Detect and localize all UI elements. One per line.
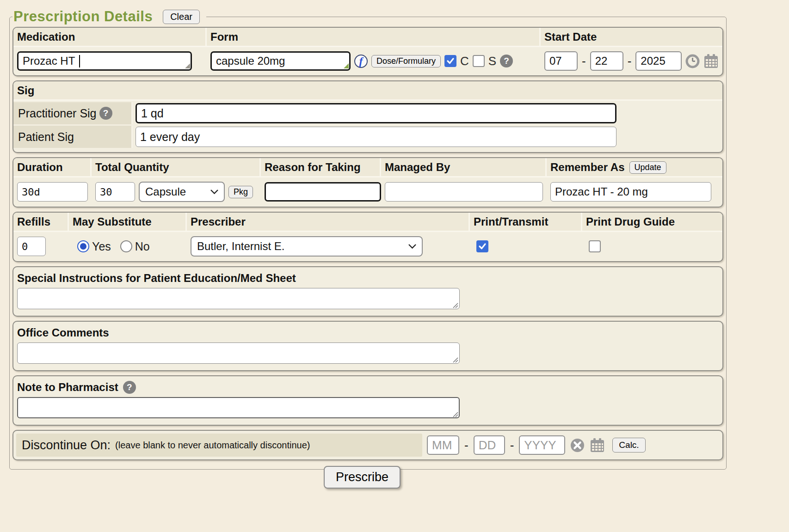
total-quantity-label: Total Quantity xyxy=(92,158,261,176)
substitute-no-label: No xyxy=(135,240,150,253)
sig-header: Sig xyxy=(13,81,722,99)
resize-grip-icon xyxy=(185,63,190,68)
managed-by-label: Managed By xyxy=(381,158,547,176)
prescriber-select-value: Butler, Internist E. xyxy=(197,240,284,253)
refills-group: Refills May Substitute Prescriber Print/… xyxy=(12,212,723,262)
patient-sig-row: Patient Sig xyxy=(13,126,722,148)
resize-grip-icon[interactable] xyxy=(452,411,458,417)
help-icon[interactable]: ? xyxy=(123,381,136,394)
discontinue-hint: (leave blank to never automatically disc… xyxy=(115,440,310,451)
calendar-icon[interactable] xyxy=(590,438,605,453)
substitute-yes-label: Yes xyxy=(92,240,111,253)
page-title: Prescription Details xyxy=(13,8,153,25)
clock-icon[interactable] xyxy=(685,54,700,68)
refills-input[interactable] xyxy=(17,237,46,256)
resize-grip-icon xyxy=(344,63,349,68)
clear-button[interactable]: Clear xyxy=(163,10,200,24)
date-separator: - xyxy=(510,438,514,453)
help-icon[interactable]: ? xyxy=(99,107,112,120)
s-checkbox[interactable] xyxy=(473,55,485,67)
discontinue-year-input[interactable] xyxy=(519,435,565,455)
date-separator: - xyxy=(582,54,586,68)
managed-by-input[interactable] xyxy=(385,182,543,202)
formulary-icon[interactable]: f xyxy=(354,55,368,68)
remember-as-label: Remember As xyxy=(550,161,625,174)
date-separator: - xyxy=(628,54,632,68)
practitioner-sig-input[interactable] xyxy=(136,103,616,123)
duration-label: Duration xyxy=(13,158,92,176)
text-caret xyxy=(79,55,80,67)
may-substitute-label: May Substitute xyxy=(69,213,187,231)
patient-sig-label-cell: Patient Sig xyxy=(13,126,133,148)
unit-select-value: Capsule xyxy=(145,185,186,198)
note-to-pharmacist-textarea[interactable] xyxy=(17,397,460,418)
s-checkbox-label: S xyxy=(488,54,496,68)
quantity-input[interactable] xyxy=(95,182,135,202)
dose-formulary-button[interactable]: Dose/Formulary xyxy=(371,55,441,67)
medication-header-row: Medication Form Start Date xyxy=(13,28,722,47)
duration-input[interactable] xyxy=(17,182,88,202)
chevron-down-icon xyxy=(408,244,416,249)
resize-grip-icon[interactable] xyxy=(452,356,458,363)
medication-body-row: f Dose/Formulary C S ? - - xyxy=(13,47,722,75)
discontinue-group: Discontinue On: (leave blank to never au… xyxy=(12,430,723,460)
print-drug-guide-checkbox[interactable] xyxy=(589,240,601,252)
calc-button[interactable]: Calc. xyxy=(612,438,645,453)
chevron-down-icon xyxy=(210,190,218,194)
clear-date-icon[interactable] xyxy=(570,438,585,453)
start-day-input[interactable] xyxy=(590,51,623,71)
office-comments-group: Office Comments xyxy=(12,321,723,371)
special-instructions-header: Special Instructions for Patient Educati… xyxy=(13,269,722,287)
special-instructions-textarea[interactable] xyxy=(17,288,460,309)
print-transmit-checkbox[interactable] xyxy=(476,240,488,252)
note-to-pharmacist-group: Note to Pharmacist ? xyxy=(12,375,723,426)
practitioner-sig-label: Practitioner Sig xyxy=(18,107,97,120)
update-button[interactable]: Update xyxy=(629,161,666,174)
discontinue-day-input[interactable] xyxy=(474,435,505,455)
practitioner-sig-label-cell: Practitioner Sig ? xyxy=(13,102,133,124)
start-date-label: Start Date xyxy=(541,28,722,46)
c-checkbox-label: C xyxy=(460,54,469,68)
calendar-icon[interactable] xyxy=(703,54,719,69)
patient-sig-label: Patient Sig xyxy=(18,130,74,144)
start-month-input[interactable] xyxy=(544,51,578,71)
medication-input[interactable] xyxy=(17,51,192,71)
date-separator: - xyxy=(464,438,468,453)
substitute-no-radio[interactable] xyxy=(120,240,132,252)
substitute-yes-radio[interactable] xyxy=(77,240,89,252)
prescribe-button[interactable]: Prescribe xyxy=(324,466,401,489)
print-drug-guide-label: Print Drug Guide xyxy=(582,213,722,231)
remember-as-input[interactable] xyxy=(550,182,711,202)
start-year-input[interactable] xyxy=(635,51,682,71)
reason-label: Reason for Taking xyxy=(261,158,381,176)
discontinue-month-input[interactable] xyxy=(427,435,459,455)
quantity-group: Duration Total Quantity Reason for Takin… xyxy=(12,157,723,208)
resize-grip-icon[interactable] xyxy=(452,302,458,308)
discontinue-label-cell: Discontinue On: (leave blank to never au… xyxy=(16,434,422,457)
note-to-pharmacist-header: Note to Pharmacist xyxy=(17,381,118,394)
help-icon[interactable]: ? xyxy=(500,55,513,67)
print-transmit-label: Print/Transmit xyxy=(470,213,582,231)
radio-dot xyxy=(80,243,86,250)
medication-group: Medication Form Start Date f Dose/Formul… xyxy=(12,27,723,76)
pkg-button[interactable]: Pkg xyxy=(228,186,253,198)
prescriber-select[interactable]: Butler, Internist E. xyxy=(191,236,423,257)
unit-select[interactable]: Capsule xyxy=(139,182,225,202)
patient-sig-input[interactable] xyxy=(136,127,616,147)
remember-as-label-cell: Remember As Update xyxy=(547,158,722,176)
prescription-details-section: Prescription Details Clear Medication Fo… xyxy=(9,8,727,470)
office-comments-header: Office Comments xyxy=(13,324,722,342)
form-input[interactable] xyxy=(210,51,351,71)
special-instructions-group: Special Instructions for Patient Educati… xyxy=(12,266,723,317)
sig-group: Sig Practitioner Sig ? Patient Sig xyxy=(12,80,723,153)
discontinue-label: Discontinue On: xyxy=(22,438,111,453)
office-comments-textarea[interactable] xyxy=(17,342,460,364)
note-to-pharmacist-header-cell: Note to Pharmacist ? xyxy=(13,378,722,396)
c-checkbox[interactable] xyxy=(444,55,456,67)
prescriber-label: Prescriber xyxy=(187,213,470,231)
form-label: Form xyxy=(207,28,541,46)
check-icon xyxy=(446,57,455,65)
section-legend: Prescription Details Clear xyxy=(12,8,206,25)
reason-input[interactable] xyxy=(265,182,381,202)
prescribe-row: Prescribe xyxy=(9,466,715,489)
